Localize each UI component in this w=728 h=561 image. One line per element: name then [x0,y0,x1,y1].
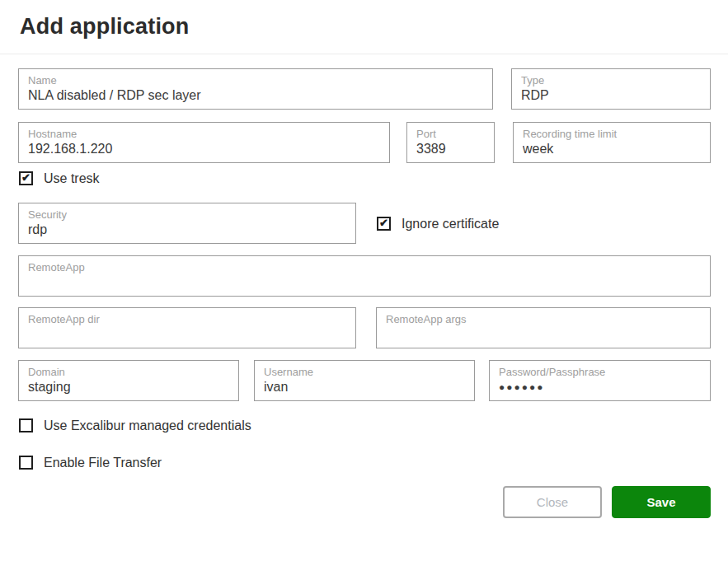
row-remoteapp: RemoteApp [18,255,711,297]
remoteapp-args-field-label: RemoteApp args [386,313,701,325]
remoteapp-field-label: RemoteApp [28,261,701,273]
port-field-value: 3389 [416,142,485,157]
name-field-value: NLA disabled / RDP sec layer [28,88,483,103]
row-security: Security rdp ✔ Ignore certificate [18,203,711,244]
add-application-dialog: Add application Name NLA disabled / RDP … [0,0,728,561]
hostname-field[interactable]: Hostname 192.168.1.220 [18,122,390,163]
checkmark-icon: ✔ [21,172,31,183]
name-field[interactable]: Name NLA disabled / RDP sec layer [18,68,493,110]
type-field-label: Type [521,74,701,86]
hostname-field-label: Hostname [28,128,380,140]
save-button[interactable]: Save [612,486,711,518]
password-field[interactable]: Password/Passphrase ●●●●●● [489,360,711,401]
row-hostname-port-recording: Hostname 192.168.1.220 Port 3389 Recordi… [18,122,711,163]
security-field-value: rdp [28,222,346,237]
row-name-type: Name NLA disabled / RDP sec layer Type R… [18,68,711,110]
checkmark-icon: ✔ [379,217,388,228]
page-title: Add application [20,14,190,40]
security-field-label: Security [28,208,346,221]
use-excalibur-managed-credentials-checkbox[interactable] [19,418,33,432]
use-tresk-label: Use tresk [44,171,100,185]
ignore-certificate-checkbox[interactable]: ✔ [377,217,391,231]
use-tresk-checkbox-row: ✔ Use tresk [18,171,711,185]
domain-field[interactable]: Domain staging [18,360,239,401]
hostname-field-value: 192.168.1.220 [28,142,380,157]
type-field[interactable]: Type RDP [511,68,711,110]
remoteapp-dir-field[interactable]: RemoteApp dir [18,307,356,348]
security-field[interactable]: Security rdp [18,203,356,244]
type-field-value: RDP [521,88,701,103]
enable-file-transfer-checkbox[interactable] [19,456,33,470]
close-button[interactable]: Close [503,486,602,518]
domain-field-label: Domain [28,366,229,378]
recording-time-limit-field-value: week [523,142,701,157]
username-field-value: ivan [264,380,465,395]
remoteapp-dir-field-label: RemoteApp dir [28,313,346,325]
username-field[interactable]: Username ivan [254,360,475,401]
recording-time-limit-field-label: Recording time limit [523,128,701,140]
add-application-form: Name NLA disabled / RDP sec layer Type R… [0,54,728,518]
row-credentials: Domain staging Username ivan Password/Pa… [18,360,711,401]
use-excalibur-managed-credentials-checkbox-row: Use Excalibur managed credentials [18,418,711,432]
use-tresk-checkbox[interactable]: ✔ [19,171,33,185]
password-field-label: Password/Passphrase [499,366,701,378]
dialog-button-row: Close Save [18,486,711,518]
remoteapp-args-field[interactable]: RemoteApp args [376,307,711,348]
ignore-certificate-label: Ignore certificate [402,217,499,231]
domain-field-value: staging [28,380,229,395]
password-field-value: ●●●●●● [499,380,701,395]
row-remoteapp-dir-args: RemoteApp dir RemoteApp args [18,307,711,348]
remoteapp-field[interactable]: RemoteApp [18,255,711,297]
recording-time-limit-field[interactable]: Recording time limit week [513,122,711,163]
username-field-label: Username [264,366,465,378]
port-field-label: Port [416,128,485,140]
ignore-certificate-checkbox-row: ✔ Ignore certificate [376,217,499,231]
enable-file-transfer-checkbox-row: Enable File Transfer [18,456,711,470]
enable-file-transfer-label: Enable File Transfer [44,456,162,470]
name-field-label: Name [28,74,483,86]
port-field[interactable]: Port 3389 [406,122,495,163]
use-excalibur-managed-credentials-label: Use Excalibur managed credentials [44,418,251,432]
dialog-header: Add application [0,0,728,54]
